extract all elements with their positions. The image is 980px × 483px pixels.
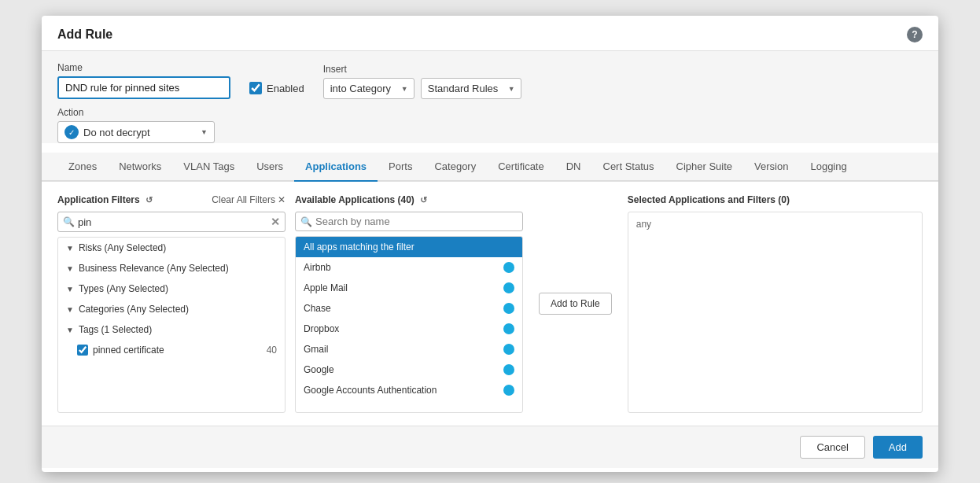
app-row-chase[interactable]: Chase — [296, 298, 522, 319]
filter-risks[interactable]: ▼ Risks (Any Selected) — [58, 238, 285, 258]
add-rule-modal: Add Rule ? Name Enabled Insert into — [42, 16, 938, 472]
clear-all-label: Clear All Filters — [212, 194, 275, 205]
application-filters-panel: Application Filters ↺ Clear All Filters … — [57, 194, 286, 413]
filter-categories[interactable]: ▼ Categories (Any Selected) — [58, 299, 285, 319]
filter-search-icon: 🔍 — [63, 216, 75, 227]
insert-select[interactable]: into Category — [323, 78, 414, 99]
form-row-action: Action ✓ Do not decrypt ▼ — [57, 107, 923, 143]
chase-dot — [503, 303, 514, 314]
modal-footer: Cancel Add — [42, 426, 938, 468]
apple-mail-label: Apple Mail — [304, 282, 348, 293]
clear-all-button[interactable]: Clear All Filters ✕ — [212, 194, 286, 205]
tab-cert-status[interactable]: Cert Status — [592, 153, 665, 182]
rules-select-wrapper: Standard Rules — [421, 78, 521, 99]
clear-all-icon: ✕ — [278, 194, 286, 205]
selected-apps-title: Selected Applications and Filters (0) — [628, 194, 790, 205]
insert-label: Insert — [323, 64, 521, 75]
risks-label: Risks (Any Selected) — [79, 242, 166, 253]
filter-search-input[interactable] — [78, 216, 267, 228]
google-accounts-dot — [503, 385, 514, 396]
add-to-rule-button[interactable]: Add to Rule — [539, 293, 612, 315]
any-label: any — [636, 219, 651, 230]
app-row-all-matching[interactable]: All apps matching the filter — [296, 237, 522, 257]
tab-ports[interactable]: Ports — [378, 153, 423, 182]
filter-search-box: 🔍 ✕ — [57, 212, 286, 232]
enabled-label-text: Enabled — [267, 83, 304, 94]
app-row-dropbox[interactable]: Dropbox — [296, 319, 522, 339]
tab-networks[interactable]: Networks — [108, 153, 172, 182]
pinned-cert-count: 40 — [267, 345, 277, 356]
available-apps-refresh[interactable]: ↺ — [420, 195, 427, 205]
tab-dn[interactable]: DN — [555, 153, 592, 182]
selected-apps-panel: Selected Applications and Filters (0) an… — [628, 194, 923, 413]
filter-list: ▼ Risks (Any Selected) ▼ Business Releva… — [57, 237, 286, 413]
app-all-matching-label: All apps matching the filter — [304, 242, 414, 253]
filter-types[interactable]: ▼ Types (Any Selected) — [58, 278, 285, 299]
tab-vlan-tags[interactable]: VLAN Tags — [172, 153, 245, 182]
selected-apps-header: Selected Applications and Filters (0) — [628, 194, 923, 205]
biz-arrow: ▼ — [66, 264, 74, 273]
tab-cipher-suite[interactable]: Cipher Suite — [665, 153, 744, 182]
cancel-button[interactable]: Cancel — [800, 436, 864, 459]
filter-tags[interactable]: ▼ Tags (1 Selected) — [58, 319, 285, 340]
name-input[interactable] — [57, 76, 230, 99]
cats-arrow: ▼ — [66, 305, 74, 314]
app-row-airbnb[interactable]: Airbnb — [296, 257, 522, 278]
filter-business-relevance[interactable]: ▼ Business Relevance (Any Selected) — [58, 258, 285, 278]
tab-users[interactable]: Users — [245, 153, 294, 182]
action-chevron: ▼ — [201, 128, 208, 136]
apps-search-icon: 🔍 — [300, 216, 312, 227]
dropbox-label: Dropbox — [304, 323, 339, 334]
available-apps-header: Available Applications (40) ↺ — [295, 194, 523, 205]
tab-version[interactable]: Version — [743, 153, 799, 182]
rules-select[interactable]: Standard Rules — [421, 78, 521, 99]
tab-logging[interactable]: Logging — [799, 153, 857, 182]
insert-select-wrapper: into Category — [323, 78, 414, 99]
gmail-label: Gmail — [304, 344, 328, 355]
modal-header: Add Rule ? — [42, 16, 938, 51]
available-apps-panel: Available Applications (40) ↺ 🔍 All apps… — [295, 194, 523, 413]
google-accounts-label: Google Accounts Authentication — [304, 385, 437, 396]
apple-mail-dot — [503, 282, 514, 293]
available-apps-title: Available Applications (40) ↺ — [295, 194, 427, 205]
filter-search-clear[interactable]: ✕ — [271, 216, 280, 228]
filters-refresh-icon[interactable]: ↺ — [146, 195, 153, 205]
add-btn-area: Add to Rule — [532, 194, 618, 413]
add-button[interactable]: Add — [873, 436, 923, 459]
app-row-apple-mail[interactable]: Apple Mail — [296, 278, 522, 298]
action-label: Action — [57, 107, 215, 118]
form-row-top: Name Enabled Insert into Category — [57, 62, 923, 99]
name-label: Name — [57, 62, 230, 73]
google-label: Google — [304, 364, 334, 375]
available-apps-title-text: Available Applications (40) — [295, 194, 414, 205]
tab-category[interactable]: Category — [423, 153, 487, 182]
enabled-group: Enabled — [249, 82, 304, 99]
apps-search-box: 🔍 — [295, 212, 523, 231]
app-row-google-accounts[interactable]: Google Accounts Authentication — [296, 380, 522, 400]
insert-group: Insert into Category Standard Rules — [323, 64, 521, 99]
content-area: Application Filters ↺ Clear All Filters … — [42, 182, 938, 426]
filters-panel-header: Application Filters ↺ Clear All Filters … — [57, 194, 286, 205]
name-group: Name — [57, 62, 230, 99]
filters-title-text: Application Filters — [57, 194, 140, 205]
tabs-bar: Zones Networks VLAN Tags Users Applicati… — [42, 153, 938, 182]
enabled-checkbox[interactable] — [249, 82, 262, 94]
google-dot — [503, 364, 514, 375]
tags-arrow: ▼ — [66, 326, 74, 334]
tag-row-wrapper: pinned certificate 40 — [58, 340, 285, 360]
pinned-cert-filter-item[interactable]: pinned certificate 40 — [58, 340, 285, 360]
app-row-google[interactable]: Google — [296, 359, 522, 380]
selected-apps-box: any — [628, 212, 923, 413]
tab-zones[interactable]: Zones — [57, 153, 108, 182]
types-label: Types (Any Selected) — [79, 283, 168, 294]
pinned-cert-checkbox[interactable] — [77, 345, 88, 356]
apps-search-input[interactable] — [315, 216, 518, 227]
chase-label: Chase — [304, 303, 331, 314]
tab-certificate[interactable]: Certificate — [487, 153, 555, 182]
cats-label: Categories (Any Selected) — [79, 304, 189, 315]
pinned-cert-label: pinned certificate — [93, 345, 164, 356]
action-group: Action ✓ Do not decrypt ▼ — [57, 107, 215, 143]
help-icon[interactable]: ? — [907, 27, 923, 42]
tab-applications[interactable]: Applications — [294, 153, 378, 182]
app-row-gmail[interactable]: Gmail — [296, 339, 522, 359]
